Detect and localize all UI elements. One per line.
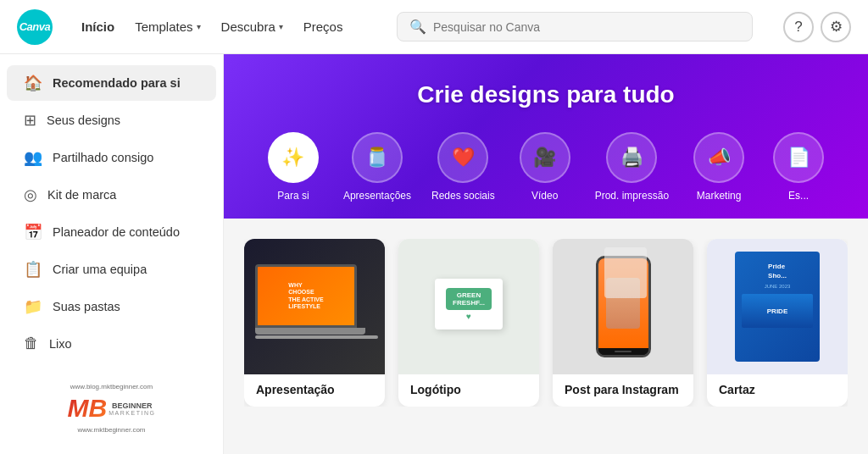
trash-icon: 🗑	[24, 335, 39, 352]
redes-label: Redes sociais	[431, 190, 495, 202]
sidebar-item-equipa[interactable]: 📋 Criar uma equipa	[7, 252, 216, 287]
hero-category-icons: ✨ Para si 🫙 Apresentações ❤️ Redes socia…	[258, 132, 834, 202]
video-circle: 🎥	[520, 132, 570, 183]
hero-item-para-si[interactable]: ✨ Para si	[264, 132, 323, 202]
settings-button[interactable]: ⚙	[821, 12, 851, 42]
hero-item-escritorio[interactable]: 📄 Es...	[769, 132, 828, 202]
watermark-mb-logo: MB	[68, 394, 108, 423]
nav-descubra[interactable]: Descubra ▾	[213, 14, 292, 39]
card-label-apresentacao: Apresentação	[244, 374, 385, 407]
sidebar-item-recomendado[interactable]: 🏠 Recomendado para si	[7, 65, 216, 101]
sidebar-item-lixo[interactable]: 🗑 Lixo	[7, 326, 216, 361]
sidebar: 🏠 Recomendado para si ⊞ Seus designs 👥 P…	[0, 54, 224, 454]
search-bar: 🔍	[397, 12, 753, 42]
card-logotipo[interactable]: GREENFRESHF... ♥ Logótipo	[398, 239, 539, 407]
laptop-foot	[255, 335, 378, 339]
logo-card-visual: GREENFRESHF... ♥	[435, 279, 503, 335]
laptop-base	[255, 328, 365, 335]
hero-banner: Crie designs para tudo ✨ Para si 🫙 Apres…	[224, 54, 868, 219]
card-label-logotipo: Logótipo	[398, 374, 539, 407]
heart-icon: ❤️	[452, 147, 475, 169]
jar-icon: 🫙	[365, 147, 388, 169]
calendar-icon: 📅	[24, 223, 42, 241]
impressao-circle: 🖨️	[606, 132, 657, 183]
camera-icon: 🎥	[533, 147, 556, 169]
apresentacoes-label: Apresentações	[343, 190, 411, 202]
impressao-label: Prod. impressão	[595, 190, 669, 202]
nav-icon-buttons: ? ⚙	[783, 12, 851, 42]
team-icon: 📋	[24, 260, 42, 279]
watermark-url-top: www.blog.mktbeginner.com	[17, 383, 206, 390]
search-input[interactable]	[433, 20, 740, 34]
watermark-marketing: MARKETING	[108, 410, 155, 416]
card-apresentacao[interactable]: WHYCHOOSETHE ACTIVELIFESTYLE Apresentaçã…	[244, 239, 385, 407]
card-instagram[interactable]: Post para Instagram	[553, 239, 693, 407]
sidebar-item-kit[interactable]: ◎ Kit de marca	[7, 177, 216, 213]
main-content: Crie designs para tudo ✨ Para si 🫙 Apres…	[224, 54, 868, 454]
hero-item-marketing[interactable]: 📣 Marketing	[689, 132, 748, 202]
canva-logo[interactable]: Canva	[17, 9, 53, 45]
nav-templates[interactable]: Templates ▾	[126, 14, 209, 39]
nav-inicio[interactable]: Início	[73, 14, 123, 39]
nav-links: Início Templates ▾ Descubra ▾ Preços	[73, 14, 351, 39]
laptop-screen: WHYCHOOSETHE ACTIVELIFESTYLE	[255, 264, 357, 328]
card-thumb-cartaz: PrideSho... JUNE 2023 PRIDE	[707, 239, 848, 374]
hero-item-prod-impressao[interactable]: 🖨️ Prod. impressão	[595, 132, 669, 202]
cards-section: WHYCHOOSETHE ACTIVELIFESTYLE Apresentaçã…	[224, 219, 868, 420]
redes-circle: ❤️	[437, 132, 488, 183]
hero-item-redes-sociais[interactable]: ❤️ Redes sociais	[431, 132, 495, 202]
document-icon: 📄	[787, 147, 810, 169]
printer-icon: 🖨️	[620, 147, 643, 169]
gear-icon: ⚙	[830, 18, 843, 36]
help-icon: ?	[794, 19, 802, 36]
escritorio-label: Es...	[788, 190, 809, 202]
hero-title: Crie designs para tudo	[258, 81, 834, 108]
logo-text: Canva	[19, 20, 51, 33]
para-si-circle: ✨	[268, 132, 319, 183]
folder-icon: 📁	[24, 297, 42, 316]
card-cartaz[interactable]: PrideSho... JUNE 2023 PRIDE Cartaz	[707, 239, 848, 407]
laptop-visual: WHYCHOOSETHE ACTIVELIFESTYLE	[255, 264, 374, 349]
card-label-instagram: Post para Instagram	[553, 374, 693, 407]
apresentacoes-circle: 🫙	[352, 132, 403, 183]
para-si-label: Para si	[277, 190, 309, 202]
card-thumb-instagram	[553, 239, 693, 374]
sidebar-item-designs[interactable]: ⊞ Seus designs	[7, 102, 216, 138]
hero-item-video[interactable]: 🎥 Vídeo	[515, 132, 575, 202]
card-label-cartaz: Cartaz	[707, 374, 848, 407]
marketing-label: Marketing	[697, 190, 742, 202]
watermark-beginner: BEGINNER	[108, 401, 155, 410]
search-icon: 🔍	[409, 19, 426, 35]
nav-precos[interactable]: Preços	[295, 14, 352, 39]
home-icon: 🏠	[24, 74, 42, 92]
top-navigation: Canva Início Templates ▾ Descubra ▾ Preç…	[0, 0, 868, 54]
brand-icon: ◎	[24, 185, 37, 204]
descubra-chevron-icon: ▾	[279, 22, 283, 31]
cartaz-visual: PrideSho... JUNE 2023 PRIDE	[735, 252, 820, 362]
sidebar-item-partilhado[interactable]: 👥 Partilhado consigo	[7, 140, 216, 175]
star-sparkle-icon: ✨	[281, 147, 304, 169]
escritorio-circle: 📄	[773, 132, 824, 183]
video-label: Vídeo	[531, 190, 558, 202]
help-button[interactable]: ?	[783, 12, 814, 42]
watermark-url-bottom: www.mktbeginner.com	[17, 426, 206, 434]
share-icon: 👥	[24, 148, 42, 167]
hero-item-apresentacoes[interactable]: 🫙 Apresentações	[343, 132, 411, 202]
main-layout: 🏠 Recomendado para si ⊞ Seus designs 👥 P…	[0, 54, 868, 454]
sidebar-item-planeador[interactable]: 📅 Planeador de conteúdo	[7, 214, 216, 250]
megaphone-icon: 📣	[708, 147, 731, 169]
marketing-circle: 📣	[693, 132, 744, 183]
card-thumb-apresentacao: WHYCHOOSETHE ACTIVELIFESTYLE	[244, 239, 385, 374]
grid-icon: ⊞	[24, 111, 36, 130]
cards-grid: WHYCHOOSETHE ACTIVELIFESTYLE Apresentaçã…	[244, 239, 848, 407]
templates-chevron-icon: ▾	[197, 22, 201, 31]
card-thumb-logotipo: GREENFRESHF... ♥	[398, 239, 539, 374]
sidebar-item-pastas[interactable]: 📁 Suas pastas	[7, 289, 216, 324]
